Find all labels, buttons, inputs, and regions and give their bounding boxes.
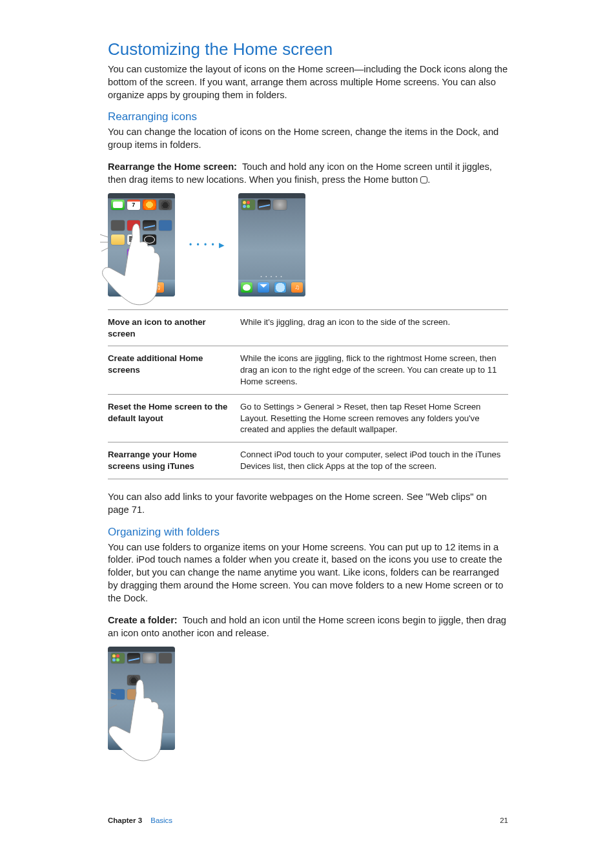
folders-heading: Organizing with folders [108, 526, 508, 539]
footer-page-number: 21 [500, 816, 508, 824]
illustration-after: • • • • • [238, 193, 305, 296]
table-row: Reset the Home screen to the default lay… [108, 394, 508, 442]
folders-paragraph: You can use folders to organize items on… [108, 541, 508, 605]
table-term: Create additional Home screens [108, 346, 240, 394]
after-table-text-c: . [142, 504, 145, 515]
table-desc: While the icons are jiggling, flick to t… [240, 346, 508, 394]
table-row: Move an icon to another screen While it'… [108, 309, 508, 346]
page-content: Customizing the Home screen You can cust… [108, 40, 508, 763]
footer-left: Chapter 3 Basics [108, 816, 172, 824]
home-button-icon [420, 176, 427, 183]
table-row: Rearrange your Home screens using iTunes… [108, 442, 508, 479]
table-desc: Go to Settings > General > Reset, then t… [240, 394, 508, 442]
arrow-icon: • • • • ▶ [189, 240, 224, 249]
after-table-text-a: You can also add links to your favorite … [108, 492, 429, 502]
create-folder-task: Create a folder: Touch and hold an icon … [108, 614, 508, 640]
table-row: Create additional Home screens While the… [108, 346, 508, 394]
table-desc: While it's jiggling, drag an icon to the… [240, 309, 508, 346]
rearranging-paragraph: You can change the location of icons on … [108, 126, 508, 152]
intro-paragraph: You can customize the layout of icons on… [108, 63, 508, 102]
rearrange-task-label: Rearrange the Home screen: [108, 161, 237, 172]
footer-chapter-title: Basics [150, 816, 172, 824]
options-table: Move an icon to another screen While it'… [108, 309, 508, 479]
table-term: Reset the Home screen to the default lay… [108, 394, 240, 442]
section-heading: Customizing the Home screen [108, 40, 508, 59]
table-term: Move an icon to another screen [108, 309, 240, 346]
table-term: Rearrange your Home screens using iTunes [108, 442, 240, 479]
page-footer: Chapter 3 Basics 21 [108, 816, 508, 824]
rearrange-task: Rearrange the Home screen: Touch and hol… [108, 161, 508, 187]
footer-chapter-label: Chapter 3 [108, 816, 142, 824]
rearrange-task-text-b: . [427, 174, 430, 185]
after-table-paragraph: You can also add links to your favorite … [108, 491, 508, 517]
create-folder-illustration: • • • • [108, 647, 184, 763]
web-clips-link[interactable]: Web clips [429, 492, 470, 502]
page-ref-link[interactable]: 71 [132, 504, 142, 515]
rearranging-heading: Rearranging icons [108, 110, 508, 123]
create-folder-task-label: Create a folder: [108, 615, 178, 625]
illustration-before [108, 193, 175, 296]
table-desc: Connect iPod touch to your computer, sel… [240, 442, 508, 479]
rearrange-illustration: • • • • ▶ • • • • • [108, 193, 508, 296]
